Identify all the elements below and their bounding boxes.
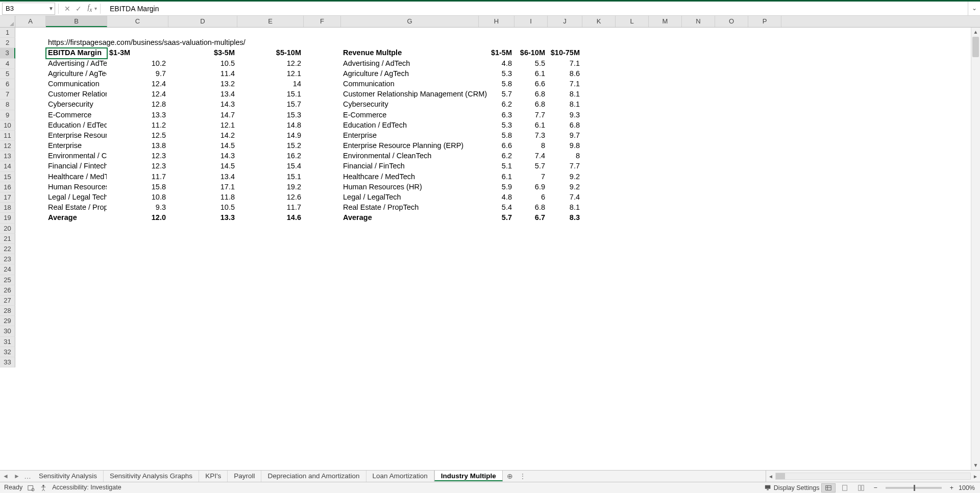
cell-H12[interactable]: 6.6 xyxy=(479,141,514,151)
cell-H29[interactable] xyxy=(479,316,514,326)
cell-N26[interactable] xyxy=(682,285,715,295)
cell-K14[interactable] xyxy=(582,161,616,171)
cell-D3[interactable]: $3-5M xyxy=(168,48,237,58)
name-box[interactable]: B3 ▼ xyxy=(2,3,55,15)
cell-B20[interactable] xyxy=(46,224,107,234)
cell-M7[interactable] xyxy=(649,89,682,100)
cell-B1[interactable] xyxy=(46,28,107,38)
cell-C21[interactable] xyxy=(107,234,168,244)
cell-L10[interactable] xyxy=(616,120,649,131)
cell-E19[interactable]: 14.6 xyxy=(237,213,304,223)
cell-H1[interactable] xyxy=(479,28,514,38)
cell-H6[interactable]: 5.8 xyxy=(479,79,514,89)
cell-N25[interactable] xyxy=(682,275,715,285)
cell-F17[interactable] xyxy=(304,192,341,203)
cell-L2[interactable] xyxy=(616,38,649,48)
cell-F18[interactable] xyxy=(304,203,341,213)
cell-N14[interactable] xyxy=(682,161,715,171)
cell-I21[interactable] xyxy=(514,234,548,244)
cell-B24[interactable] xyxy=(46,264,107,275)
cell-G3[interactable]: Revenue Multple xyxy=(341,48,479,58)
cell-J29[interactable] xyxy=(548,316,582,326)
cell-K27[interactable] xyxy=(582,295,616,306)
cell-G13[interactable]: Environmental / CleanTech xyxy=(341,151,479,161)
cell-O14[interactable] xyxy=(715,161,748,171)
cell-F12[interactable] xyxy=(304,141,341,151)
column-header-N[interactable]: N xyxy=(682,16,715,27)
cell-C28[interactable] xyxy=(107,306,168,316)
cell-C23[interactable] xyxy=(107,254,168,264)
cell-C8[interactable]: 12.8 xyxy=(107,100,168,110)
cell-A22[interactable] xyxy=(15,244,46,254)
cell-N21[interactable] xyxy=(682,234,715,244)
cell-B13[interactable]: Environmental / Cle xyxy=(46,151,107,161)
cell-I29[interactable] xyxy=(514,316,548,326)
cell-B27[interactable] xyxy=(46,295,107,306)
cell-N9[interactable] xyxy=(682,110,715,120)
cell-J7[interactable]: 8.1 xyxy=(548,89,582,100)
cell-J28[interactable] xyxy=(548,306,582,316)
cell-C12[interactable]: 13.8 xyxy=(107,141,168,151)
cell-A12[interactable] xyxy=(15,141,46,151)
cell-B8[interactable]: Cybersecurity xyxy=(46,100,107,110)
cell-E30[interactable] xyxy=(237,326,304,336)
cell-N22[interactable] xyxy=(682,244,715,254)
cell-J15[interactable]: 9.2 xyxy=(548,172,582,182)
row-header-33[interactable]: 33 xyxy=(0,357,15,367)
cell-L18[interactable] xyxy=(616,203,649,213)
cell-D9[interactable]: 14.7 xyxy=(168,110,237,120)
view-page-layout-icon[interactable] xyxy=(838,483,852,492)
cell-K19[interactable] xyxy=(582,213,616,223)
cell-C19[interactable]: 12.0 xyxy=(107,213,168,223)
cell-I31[interactable] xyxy=(514,337,548,347)
cell-C18[interactable]: 9.3 xyxy=(107,203,168,213)
cell-J31[interactable] xyxy=(548,337,582,347)
cell-D4[interactable]: 10.5 xyxy=(168,59,237,69)
zoom-slider[interactable] xyxy=(886,487,942,489)
cell-D6[interactable]: 13.2 xyxy=(168,79,237,89)
cell-E20[interactable] xyxy=(237,224,304,234)
cell-D11[interactable]: 14.2 xyxy=(168,131,237,141)
zoom-out-button[interactable]: − xyxy=(870,484,880,491)
cell-C27[interactable] xyxy=(107,295,168,306)
cell-L5[interactable] xyxy=(616,69,649,79)
cell-F20[interactable] xyxy=(304,224,341,234)
cell-K11[interactable] xyxy=(582,131,616,141)
cell-O7[interactable] xyxy=(715,89,748,100)
cell-P21[interactable] xyxy=(748,234,781,244)
cell-M6[interactable] xyxy=(649,79,682,89)
cell-B31[interactable] xyxy=(46,337,107,347)
cell-N16[interactable] xyxy=(682,182,715,192)
cell-F28[interactable] xyxy=(304,306,341,316)
cell-D18[interactable]: 10.5 xyxy=(168,203,237,213)
row-header-6[interactable]: 6 xyxy=(0,79,15,89)
cell-F32[interactable] xyxy=(304,347,341,357)
cell-J1[interactable] xyxy=(548,28,582,38)
cell-M10[interactable] xyxy=(649,120,682,131)
status-accessibility[interactable]: Accessibility: Investigate xyxy=(52,484,121,491)
cell-H33[interactable] xyxy=(479,357,514,367)
cell-A24[interactable] xyxy=(15,264,46,275)
cell-O13[interactable] xyxy=(715,151,748,161)
cell-I15[interactable]: 7 xyxy=(514,172,548,182)
cell-P22[interactable] xyxy=(748,244,781,254)
cell-K31[interactable] xyxy=(582,337,616,347)
cell-N29[interactable] xyxy=(682,316,715,326)
cell-J2[interactable] xyxy=(548,38,582,48)
grid-rows[interactable]: 12https://firstpagesage.com/business/saa… xyxy=(0,28,971,470)
tab-nav-more[interactable]: … xyxy=(22,471,33,482)
cell-O27[interactable] xyxy=(715,295,748,306)
cell-N8[interactable] xyxy=(682,100,715,110)
cell-D17[interactable]: 11.8 xyxy=(168,192,237,203)
column-header-J[interactable]: J xyxy=(548,16,582,27)
row-header-11[interactable]: 11 xyxy=(0,131,15,141)
cell-K24[interactable] xyxy=(582,264,616,275)
cell-K20[interactable] xyxy=(582,224,616,234)
add-sheet-button[interactable]: ⊕ xyxy=(503,471,517,482)
cell-M11[interactable] xyxy=(649,131,682,141)
cell-C22[interactable] xyxy=(107,244,168,254)
accessibility-icon[interactable] xyxy=(40,484,47,491)
macro-record-icon[interactable] xyxy=(28,484,35,491)
cell-I24[interactable] xyxy=(514,264,548,275)
cell-F11[interactable] xyxy=(304,131,341,141)
